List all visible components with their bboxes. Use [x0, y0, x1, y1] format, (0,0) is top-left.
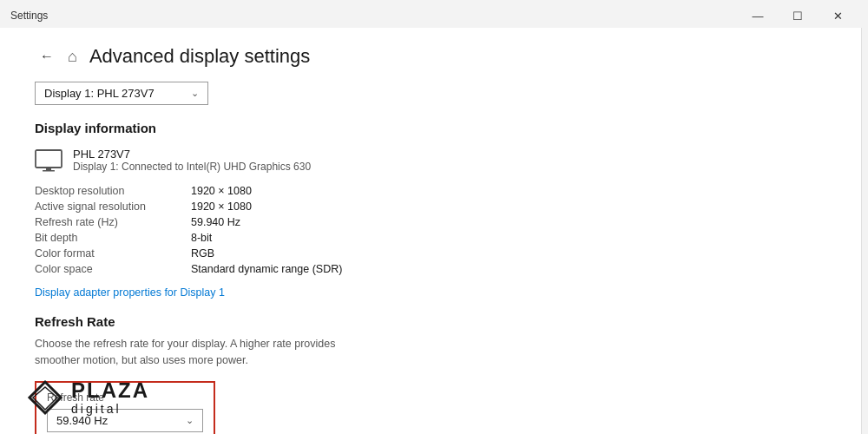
info-value: Standard dynamic range (SDR) — [191, 263, 342, 275]
display-dropdown[interactable]: Display 1: PHL 273V7 ⌄ — [35, 82, 208, 105]
info-label: Color format — [35, 247, 191, 260]
refresh-rate-desc: Choose the refresh rate for your display… — [35, 336, 382, 369]
logo-subtext: digital — [71, 402, 149, 416]
title-bar-left: Settings — [10, 10, 48, 22]
refresh-rate-chevron: ⌄ — [186, 415, 194, 426]
info-row: Color format RGB — [35, 247, 826, 260]
title-bar-controls: — ☐ ✕ — [738, 2, 858, 30]
logo-text-block: PLAZA digital — [71, 379, 149, 416]
info-row: Color space Standard dynamic range (SDR) — [35, 263, 826, 275]
info-row: Refresh rate (Hz) 59.940 Hz — [35, 216, 826, 228]
adapter-link[interactable]: Display adapter properties for Display 1 — [35, 286, 225, 299]
info-value: 8-bit — [191, 232, 212, 244]
back-button[interactable]: ← — [35, 47, 59, 66]
minimize-button[interactable]: — — [738, 2, 778, 30]
logo-name: PLAZA — [71, 378, 149, 402]
monitor-info: PHL 273V7 Display 1: Connected to Intel(… — [73, 148, 311, 173]
page-heading-row: ← ⌂ Advanced display settings — [35, 45, 826, 68]
info-value: 1920 × 1080 — [191, 185, 252, 197]
title-bar: Settings — ☐ ✕ — [0, 0, 868, 28]
page-title: Advanced display settings — [89, 45, 310, 68]
info-label: Color space — [35, 263, 191, 275]
info-value: RGB — [191, 247, 214, 260]
info-label: Desktop resolution — [35, 185, 191, 197]
svg-rect-1 — [46, 168, 51, 170]
title-bar-title: Settings — [10, 10, 48, 22]
svg-rect-0 — [36, 150, 62, 168]
info-label: Refresh rate (Hz) — [35, 216, 191, 228]
display-dropdown-label: Display 1: PHL 273V7 — [44, 87, 155, 100]
close-button[interactable]: ✕ — [818, 2, 858, 30]
logo-area: PLAZA digital — [26, 378, 149, 417]
maximize-button[interactable]: ☐ — [778, 2, 818, 30]
svg-rect-2 — [43, 170, 55, 172]
display-dropdown-chevron: ⌄ — [191, 88, 199, 99]
info-table: Desktop resolution 1920 × 1080 Active si… — [35, 185, 826, 275]
refresh-rate-title: Refresh Rate — [35, 314, 826, 329]
monitor-icon — [35, 149, 62, 172]
info-label: Bit depth — [35, 232, 191, 244]
info-row: Desktop resolution 1920 × 1080 — [35, 185, 826, 197]
info-row: Active signal resolution 1920 × 1080 — [35, 201, 826, 213]
info-value: 59.940 Hz — [191, 216, 240, 228]
monitor-row: PHL 273V7 Display 1: Connected to Intel(… — [35, 148, 826, 173]
monitor-desc: Display 1: Connected to Intel(R) UHD Gra… — [73, 161, 311, 173]
content-area: ← ⌂ Advanced display settings Display 1:… — [0, 28, 868, 434]
info-row: Bit depth 8-bit — [35, 232, 826, 244]
scrollbar[interactable] — [861, 28, 868, 434]
monitor-name: PHL 273V7 — [73, 148, 311, 161]
main-content: ← ⌂ Advanced display settings Display 1:… — [0, 28, 861, 434]
home-icon: ⌂ — [68, 48, 77, 66]
display-info-title: Display information — [35, 121, 826, 135]
back-icon: ← — [40, 49, 54, 63]
info-value: 1920 × 1080 — [191, 201, 252, 213]
info-label: Active signal resolution — [35, 201, 191, 213]
logo-icon — [26, 378, 64, 417]
